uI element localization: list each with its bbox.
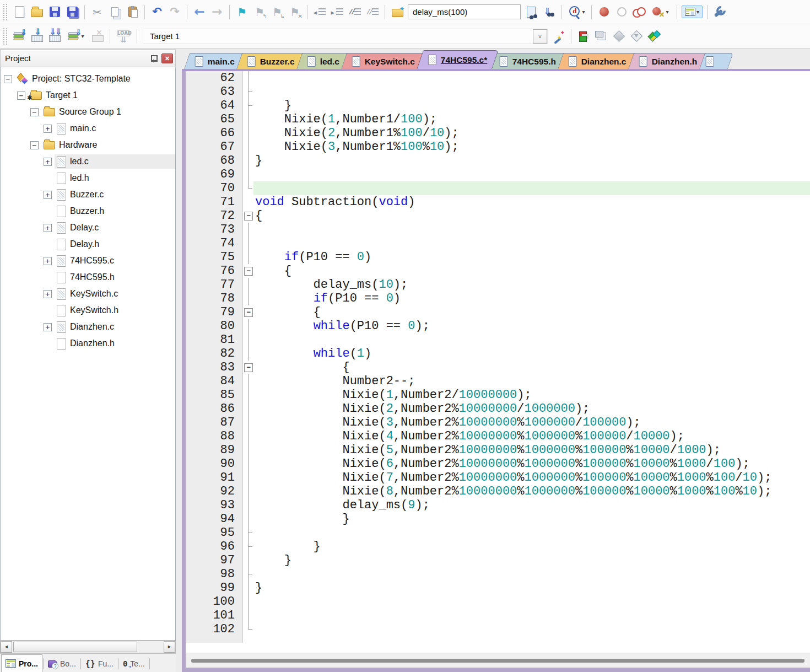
tree-item-delay-c[interactable]: +Delay.c <box>1 219 175 236</box>
incremental-find-button[interactable] <box>541 4 557 20</box>
target-select[interactable]: Target 1 ˅ <box>143 29 548 44</box>
toolbar-grip[interactable] <box>3 4 7 20</box>
tree-item-target-1[interactable]: −Target 1 <box>1 87 175 104</box>
target-dropdown-button[interactable]: ˅ <box>533 29 547 44</box>
rebuild-button[interactable] <box>46 28 63 45</box>
open-file-button[interactable] <box>29 4 45 20</box>
uncomment-selection-button[interactable] <box>364 4 381 20</box>
multiple-project-windows-button[interactable] <box>593 28 609 45</box>
new-file-button[interactable] <box>11 4 28 20</box>
document-tab-dianzhen.c[interactable]: Dianzhen.c <box>558 53 638 69</box>
navigate-forward-button[interactable]: → <box>209 4 225 20</box>
tree-item-keyswitch-h[interactable]: KeySwitch.h <box>1 302 175 319</box>
tree-item-led-h[interactable]: led.h <box>1 170 175 186</box>
scroll-left-button[interactable]: ◄ <box>1 641 12 653</box>
fold-collapse-icon[interactable] <box>243 209 253 223</box>
plus-expander-icon[interactable]: + <box>44 290 52 298</box>
tree-item-main-c[interactable]: +main.c <box>1 120 175 137</box>
minus-expander-icon[interactable]: − <box>17 92 25 100</box>
document-tab-dianzhen.h[interactable]: Dianzhen.h <box>628 53 709 69</box>
document-tab-74hc595.c[interactable]: 74HC595.c* <box>417 50 499 69</box>
scroll-right-button[interactable]: ► <box>164 641 175 653</box>
document-tab-74hc595.h[interactable]: 74HC595.h <box>489 53 567 69</box>
kill-all-breakpoints-button[interactable]: ▾ <box>649 4 673 20</box>
close-panel-button[interactable]: ✕ <box>161 53 173 63</box>
plus-expander-icon[interactable]: + <box>44 125 52 133</box>
translate-button[interactable] <box>11 28 28 45</box>
clear-bookmarks-button[interactable]: ⚑✕ <box>287 4 303 20</box>
line-number: 94 <box>186 512 243 526</box>
workspace-tab-bo[interactable]: Bo... <box>44 655 80 672</box>
plus-expander-icon[interactable]: + <box>44 158 52 166</box>
stop-build-button[interactable] <box>89 28 106 45</box>
minus-expander-icon[interactable]: − <box>30 141 39 149</box>
enable-disable-breakpoint-button[interactable] <box>613 4 630 20</box>
find-in-files-dialog-button[interactable] <box>389 4 406 20</box>
plus-expander-icon[interactable]: + <box>44 323 52 331</box>
insert-breakpoint-button[interactable] <box>596 4 612 20</box>
code-line-92: 92 Nixie(8,Number2%10000000%1000000%1000… <box>186 485 810 498</box>
previous-bookmark-button[interactable]: ⚑↰ <box>251 4 268 20</box>
project-tree[interactable]: −Project: STC32-Template−Target 1−Source… <box>0 67 176 641</box>
fold-collapse-icon[interactable] <box>243 305 253 319</box>
fold-collapse-icon[interactable] <box>243 264 253 278</box>
scrollbar-thumb[interactable] <box>13 642 137 652</box>
lookup-symbols-button[interactable]: ▾ <box>565 4 587 20</box>
disable-all-breakpoints-button[interactable] <box>631 4 647 20</box>
search-input[interactable] <box>408 7 527 17</box>
tree-item-delay-h[interactable]: Delay.h <box>1 236 175 252</box>
next-bookmark-button[interactable]: ⚑↳ <box>269 4 285 20</box>
undo-button[interactable]: ↶ <box>149 4 165 20</box>
tree-item-keyswitch-c[interactable]: +KeySwitch.c <box>1 286 175 302</box>
tree-item-buzzer-c[interactable]: +Buzzer.c <box>1 186 175 203</box>
editor-scrollbar-thumb[interactable] <box>191 659 804 663</box>
copy-button[interactable] <box>106 4 123 20</box>
find-in-files-button[interactable] <box>523 4 539 20</box>
save-all-button[interactable] <box>64 4 80 20</box>
tree-item-project-stc32-template[interactable]: −Project: STC32-Template <box>1 71 175 87</box>
options-for-target-button[interactable] <box>550 28 567 45</box>
code-text: } <box>253 99 810 112</box>
fold-collapse-icon[interactable] <box>243 361 253 374</box>
configuration-button[interactable] <box>711 4 728 20</box>
tree-item-74hc595-h[interactable]: 74HC595.h <box>1 269 175 286</box>
pin-icon[interactable] <box>149 54 158 63</box>
workspace-tab-te[interactable]: 0Te... <box>119 655 149 672</box>
manage-rte-button[interactable] <box>646 28 662 45</box>
document-tab-buzzer.c[interactable]: Buzzer.c <box>236 53 306 69</box>
tree-item-hardware[interactable]: −Hardware <box>1 137 175 153</box>
build-button[interactable] <box>29 28 45 45</box>
workspace-tab-pro[interactable]: Pro... <box>1 654 42 672</box>
unindent-button[interactable] <box>311 4 328 20</box>
plus-expander-icon[interactable]: + <box>44 257 52 265</box>
plus-expander-icon[interactable]: + <box>44 224 52 232</box>
document-tab-keyswitch.c[interactable]: KeySwitch.c <box>341 53 426 69</box>
indent-button[interactable] <box>329 4 345 20</box>
save-button[interactable] <box>46 4 63 20</box>
tree-item-74hc595-c[interactable]: +74HC595.c <box>1 252 175 269</box>
tree-item-source-group-1[interactable]: −Source Group 1 <box>1 104 175 120</box>
tree-item-led-c[interactable]: +led.c <box>1 153 175 170</box>
tree-item-dianzhen-h[interactable]: Dianzhen.h <box>1 335 175 352</box>
manage-project-items-button[interactable] <box>575 28 592 45</box>
paste-button[interactable] <box>124 4 141 20</box>
code-editor[interactable]: 626364 }65 Nixie(1,Number1/100);66 Nixie… <box>186 71 810 653</box>
minus-expander-icon[interactable]: − <box>30 108 39 116</box>
workspace-tab-fu[interactable]: {}Fu... <box>82 655 117 672</box>
toolbar-grip[interactable] <box>3 28 7 45</box>
select-software-packs-button[interactable] <box>611 28 627 45</box>
toggle-bookmark-button[interactable]: ⚑ <box>234 4 250 20</box>
pack-installer-button[interactable] <box>628 28 645 45</box>
navigate-back-button[interactable]: ← <box>191 4 208 20</box>
redo-button[interactable]: ↷ <box>166 4 183 20</box>
tree-item-dianzhen-c[interactable]: +Dianzhen.c <box>1 319 175 335</box>
project-windows-button[interactable]: ▾ <box>682 6 703 18</box>
cut-button[interactable]: ✂ <box>89 4 105 20</box>
document-tab-partial[interactable] <box>699 53 733 69</box>
tree-item-buzzer-h[interactable]: Buzzer.h <box>1 203 175 219</box>
batch-build-button[interactable]: ▾ <box>64 28 88 45</box>
plus-expander-icon[interactable]: + <box>44 191 52 199</box>
comment-selection-button[interactable] <box>347 4 363 20</box>
minus-expander-icon[interactable]: − <box>4 75 12 83</box>
download-button[interactable]: LOAD <box>114 28 133 45</box>
